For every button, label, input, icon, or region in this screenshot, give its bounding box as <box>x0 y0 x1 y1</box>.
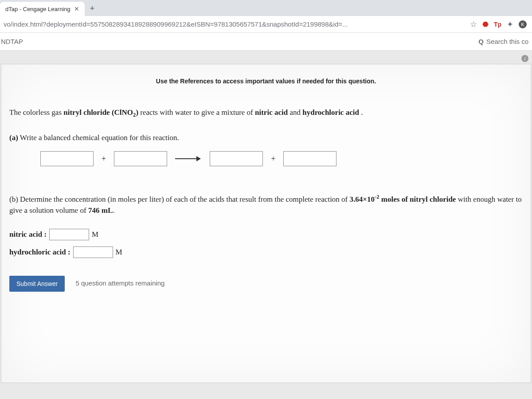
app-header: NDTAP Q Search this co <box>0 33 532 51</box>
reaction-arrow-icon <box>175 156 202 162</box>
tab-title: dTap - Cengage Learning <box>5 6 70 12</box>
hcl-input[interactable] <box>73 246 113 258</box>
submit-answer-button[interactable]: Submit Answer <box>9 276 65 292</box>
reactant-1-input[interactable] <box>40 151 94 166</box>
app-title: NDTAP <box>0 38 23 45</box>
product-2-input[interactable] <box>283 151 336 166</box>
part-b-mid: moles of nitryl chloride <box>379 195 456 203</box>
attempts-remaining: 5 question attempts remaining <box>75 278 164 289</box>
part-b-end: . <box>113 206 114 215</box>
url-bar: vo/index.html?deploymentId=5575082893418… <box>0 16 532 33</box>
nitric-acid-row: nitric acid : M <box>9 229 523 240</box>
product-1-input[interactable] <box>210 151 263 166</box>
search-icon: Q <box>478 38 484 45</box>
browser-tab[interactable]: dTap - Cengage Learning ✕ <box>0 2 85 16</box>
nitric-acid-input[interactable] <box>49 229 89 240</box>
question-panel: Use the References to access important v… <box>1 64 531 383</box>
tp-extension-icon[interactable]: Tp <box>494 21 501 28</box>
acid1: nitric acid <box>255 108 288 117</box>
submit-row: Submit Answer 5 question attempts remain… <box>9 276 523 292</box>
hcl-unit: M <box>116 246 122 258</box>
question-intro: The colorless gas nitryl chloride (ClNO2… <box>9 107 523 120</box>
bookmark-star-icon[interactable]: ☆ <box>470 20 477 29</box>
info-icon[interactable]: i <box>521 55 528 62</box>
compound-name: nitryl chloride (ClNO2) <box>63 108 138 117</box>
nitric-unit: M <box>92 229 98 240</box>
part-a-label: (a) <box>9 133 18 142</box>
profile-k-icon[interactable]: K <box>519 20 527 28</box>
close-icon[interactable]: ✕ <box>74 5 79 12</box>
hcl-label: hydrochloric acid : <box>9 246 70 258</box>
compound-text: nitryl chloride (ClNO <box>63 108 133 117</box>
intro-mid: reacts with water to give a mixture of <box>140 108 255 117</box>
reactant-2-input[interactable] <box>114 151 167 166</box>
part-b-value: 3.64×10 <box>350 195 375 203</box>
content-area: i Use the References to access important… <box>0 51 532 399</box>
hcl-row: hydrochloric acid : M <box>9 246 523 258</box>
intro-pre: The colorless gas <box>9 108 63 117</box>
plus-2: + <box>271 153 275 165</box>
part-b-amount: 3.64×10-2 moles of nitryl chloride <box>350 195 456 203</box>
plus-1: + <box>102 153 106 165</box>
url-text[interactable]: vo/index.html?deploymentId=5575082893418… <box>4 20 470 28</box>
part-b-prompt: (b) Determine the concentration (in mole… <box>9 193 523 216</box>
part-b-pre: (b) Determine the concentration (in mole… <box>9 195 350 203</box>
search-course[interactable]: Q Search this co <box>478 38 528 45</box>
intro-end: . <box>361 108 363 117</box>
browser-tab-bar: dTap - Cengage Learning ✕ + <box>0 0 532 16</box>
part-a-prompt: (a) Write a balanced chemical equation f… <box>9 132 523 144</box>
compound-close: ) <box>136 108 138 117</box>
question-body: The colorless gas nitryl chloride (ClNO2… <box>9 107 523 292</box>
references-hint: Use the References to access important v… <box>9 78 523 85</box>
acid2: hydrochloric acid <box>302 108 359 117</box>
search-label: Search this co <box>486 38 528 45</box>
extension-puzzle-icon[interactable]: ✦ <box>507 20 513 29</box>
equation-row: + + <box>9 151 523 166</box>
part-b-volume: 746 mL <box>88 206 113 215</box>
nitric-label: nitric acid : <box>9 229 47 240</box>
new-tab-button[interactable]: + <box>85 1 100 16</box>
part-a-text: Write a balanced chemical equation for t… <box>18 133 179 142</box>
part-b-exp: -2 <box>375 194 379 200</box>
ublock-icon[interactable]: ⬣ <box>482 20 489 28</box>
intro-and: and <box>289 108 302 117</box>
url-actions: ☆ ⬣ Tp ✦ K <box>470 20 528 29</box>
